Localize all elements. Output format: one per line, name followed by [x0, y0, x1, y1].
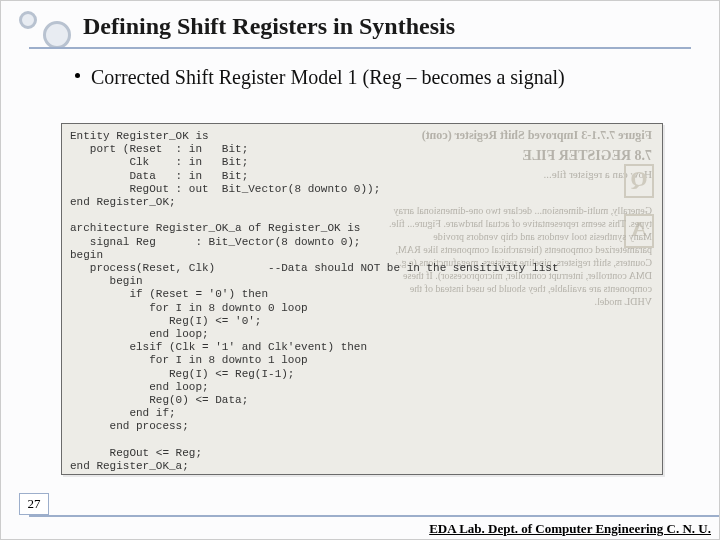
code-screenshot: Figure 7.7.1-3 Improved Shift Register (… [61, 123, 663, 475]
slide-corner-decoration [9, 11, 71, 51]
bullet-item: Corrected Shift Register Model 1 (Reg – … [91, 65, 679, 90]
footer-rule [29, 515, 719, 517]
footer-text: EDA Lab. Dept. of Computer Engineering C… [429, 521, 711, 537]
vhdl-code-block: Entity Register_OK is port (Reset : in B… [62, 124, 662, 475]
title-underline [29, 47, 691, 49]
page-number: 27 [19, 493, 49, 515]
bullet-dot-icon [75, 73, 80, 78]
slide-title: Defining Shift Registers in Synthesis [83, 13, 455, 40]
bullet-text: Corrected Shift Register Model 1 (Reg – … [91, 66, 565, 88]
